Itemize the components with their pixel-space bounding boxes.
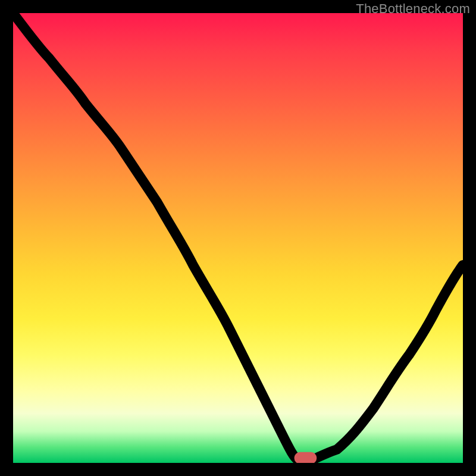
watermark-text: TheBottleneck.com	[356, 1, 470, 17]
min-marker	[295, 452, 317, 463]
chart-frame: TheBottleneck.com	[0, 0, 476, 476]
bottleneck-curve	[13, 13, 463, 461]
plot-area	[13, 13, 463, 463]
chart-svg	[13, 13, 463, 463]
